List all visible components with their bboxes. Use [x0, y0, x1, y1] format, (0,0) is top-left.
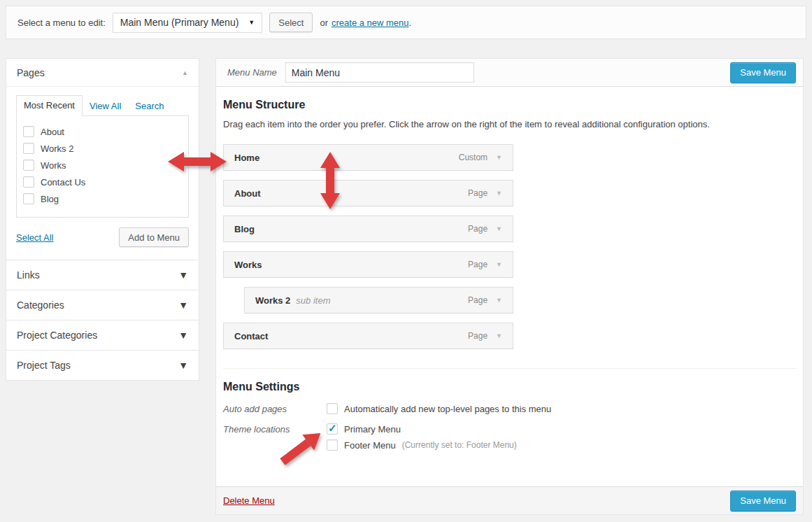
menu-name-input[interactable]: [285, 62, 474, 83]
delete-menu-link[interactable]: Delete Menu: [223, 495, 275, 506]
page-checkbox[interactable]: [23, 160, 34, 171]
pages-title: Pages: [17, 67, 45, 78]
page-checkbox-label: Blog: [41, 194, 59, 204]
select-menu-button[interactable]: Select: [269, 13, 313, 32]
sub-item-label: sub item: [296, 295, 330, 306]
menu-item-about[interactable]: About Page ▼: [223, 180, 513, 206]
page-checkbox-row: Contact Us: [23, 174, 188, 190]
menu-item-type: Page: [468, 224, 487, 234]
pages-panel-body: Most Recent View All Search About Works …: [6, 87, 199, 260]
pages-tabs: Most Recent View All Search: [16, 95, 189, 115]
menu-edit-panel: Menu Name Save Menu Menu Structure Drag …: [215, 58, 804, 515]
primary-menu-checkbox-label: Primary Menu: [344, 424, 401, 435]
menu-item-type: Page: [468, 188, 487, 198]
menu-select-dropdown[interactable]: Main Menu (Primary Menu) ▼: [113, 13, 263, 33]
chevron-down-icon[interactable]: ▼: [496, 297, 502, 304]
auto-add-pages-checkbox[interactable]: [327, 403, 338, 414]
footer-menu-note: (Currently set to: Footer Menu): [402, 440, 517, 450]
check-icon: ✓: [328, 422, 337, 435]
chevron-down-icon: ▼: [178, 269, 188, 281]
create-new-menu-link[interactable]: create a new menu: [332, 17, 409, 28]
menu-item-contact[interactable]: Contact Page ▼: [223, 323, 513, 349]
tab-view-all[interactable]: View All: [83, 97, 128, 115]
add-to-menu-button[interactable]: Add to Menu: [119, 227, 189, 247]
wordpress-menus-page: { "topbar": { "label": "Select a menu to…: [0, 0, 812, 522]
page-checkbox[interactable]: [23, 126, 34, 137]
menu-item-label: Works: [234, 260, 262, 270]
accordion-project-categories[interactable]: Project Categories ▼: [6, 320, 199, 350]
chevron-down-icon[interactable]: ▼: [496, 332, 502, 339]
menu-settings-title: Menu Settings: [223, 381, 796, 393]
chevron-down-icon[interactable]: ▼: [496, 190, 502, 197]
page-checkbox[interactable]: [23, 143, 34, 154]
menu-item-label: About: [234, 188, 261, 199]
menu-item-blog[interactable]: Blog Page ▼: [223, 216, 513, 242]
save-menu-button-top[interactable]: Save Menu: [730, 62, 796, 83]
menu-item-label: Blog: [234, 224, 255, 234]
chevron-down-icon: ▼: [178, 299, 188, 311]
menu-footer-bar: Delete Menu Save Menu: [216, 486, 803, 514]
menu-structure-title: Menu Structure: [223, 99, 796, 111]
save-menu-button-bottom[interactable]: Save Menu: [730, 491, 796, 512]
menu-item-type: Custom: [459, 153, 487, 162]
theme-locations-label: Theme locations: [223, 423, 327, 451]
primary-menu-checkbox[interactable]: ✓: [327, 423, 338, 435]
menu-item-works[interactable]: Works Page ▼: [223, 251, 513, 278]
auto-add-pages-row: Auto add pages Automatically add new top…: [223, 403, 796, 414]
tab-most-recent[interactable]: Most Recent: [16, 95, 83, 116]
menu-boxes-sidebar: Pages ▲ Most Recent View All Search Abou…: [6, 58, 199, 381]
footer-menu-checkbox-label: Footer Menu: [344, 440, 396, 451]
select-caret-icon: ▼: [248, 19, 255, 26]
menu-item-type: Page: [468, 331, 487, 341]
section-divider: [223, 368, 796, 369]
menu-item-label: Works 2: [255, 295, 290, 306]
menu-item-type: Page: [468, 260, 487, 269]
menu-select-value: Main Menu (Primary Menu): [120, 17, 239, 28]
auto-add-pages-checkbox-label: Automatically add new top-level pages to…: [344, 404, 551, 414]
chevron-down-icon[interactable]: ▼: [496, 225, 502, 232]
page-checkbox-row: About: [23, 123, 188, 140]
pages-checklist: About Works 2 Works Contact Us Blog: [16, 115, 189, 218]
menu-name-label: Menu Name: [227, 67, 277, 78]
page-checkbox-label: About: [41, 127, 64, 137]
menu-item-label: Contact: [234, 331, 268, 341]
page-checkbox-row: Blog: [23, 190, 188, 207]
page-checkbox-label: Works: [41, 160, 66, 171]
menu-structure-section: Menu Structure Drag each item into the o…: [216, 99, 803, 451]
accordion-label: Links: [17, 269, 40, 281]
select-menu-label: Select a menu to edit:: [17, 17, 106, 28]
page-checkbox-label: Contact Us: [41, 177, 85, 188]
menu-item-works-2[interactable]: Works 2 sub item Page ▼: [244, 287, 513, 313]
tab-search[interactable]: Search: [128, 97, 171, 115]
theme-locations-row: Theme locations ✓ Primary Menu Footer Me…: [223, 423, 796, 451]
accordion-categories[interactable]: Categories ▼: [6, 290, 199, 320]
menu-item-home[interactable]: Home Custom ▼: [223, 144, 513, 171]
chevron-down-icon[interactable]: ▼: [496, 154, 502, 161]
menu-name-bar: Menu Name Save Menu: [216, 59, 803, 87]
page-checkbox[interactable]: [23, 176, 34, 188]
footer-menu-checkbox[interactable]: [327, 439, 338, 451]
menu-items-list: Home Custom ▼ About Page ▼ Blog Page ▼: [223, 144, 513, 349]
page-checkbox-row: Works: [23, 157, 188, 174]
auto-add-pages-label: Auto add pages: [223, 403, 327, 414]
chevron-down-icon: ▼: [178, 330, 188, 341]
accordion-links[interactable]: Links ▼: [6, 260, 199, 290]
chevron-up-icon: ▲: [182, 69, 188, 76]
pages-actions-row: Select All Add to Menu: [16, 227, 189, 247]
menu-structure-description: Drag each item into the order you prefer…: [223, 119, 796, 129]
accordion-label: Categories: [17, 299, 64, 311]
accordion-label: Project Categories: [17, 330, 97, 341]
page-checkbox-label: Works 2: [41, 143, 73, 154]
accordion-project-tags[interactable]: Project Tags ▼: [6, 350, 199, 380]
page-checkbox[interactable]: [23, 193, 34, 204]
manage-menus-bar: Select a menu to edit: Main Menu (Primar…: [6, 6, 806, 39]
or-text: or: [320, 17, 328, 28]
menu-item-label: Home: [234, 153, 259, 163]
accordion-label: Project Tags: [17, 360, 71, 371]
period-text: .: [409, 17, 412, 28]
menu-item-type: Page: [468, 295, 487, 305]
chevron-down-icon: ▼: [178, 360, 188, 371]
select-all-link[interactable]: Select All: [16, 232, 53, 243]
chevron-down-icon[interactable]: ▼: [496, 261, 502, 268]
accordion-pages-header[interactable]: Pages ▲: [6, 59, 199, 87]
